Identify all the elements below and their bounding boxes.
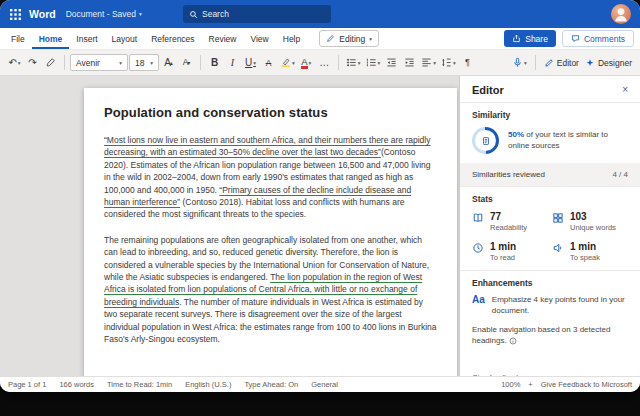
format-painter-button[interactable] — [42, 54, 59, 72]
chevron-down-icon: ▾ — [524, 60, 527, 66]
down-arrow-icon: ▾ — [187, 59, 190, 66]
document-title-dropdown[interactable]: Document - Saved ▾ — [66, 9, 142, 19]
zoom-in-icon[interactable]: + — [528, 380, 532, 389]
close-icon[interactable]: × — [622, 85, 628, 95]
chevron-down-icon: ▾ — [139, 11, 142, 17]
similarity-card[interactable]: 50% of your text is similar to online so… — [472, 127, 628, 154]
font-size-value: 18 — [135, 58, 144, 68]
toolbar-right-group: ▾ Editor Designer — [510, 54, 634, 72]
editing-mode-dropdown[interactable]: Editing ▾ — [319, 30, 379, 47]
stats-heading: Stats — [472, 194, 628, 204]
enable-navigation-text: Enable navigation based on 3 detected he… — [472, 325, 628, 348]
tab-home[interactable]: Home — [32, 28, 70, 49]
give-feedback-link[interactable]: Give feedback — [460, 365, 640, 376]
document-title-text: Document - Saved — [66, 9, 136, 19]
font-name-select[interactable]: Avenir▾ — [70, 54, 128, 71]
numbering-button[interactable]: ▾ — [364, 54, 383, 72]
paragraph[interactable]: “Most lions now live in eastern and sout… — [104, 134, 437, 221]
tab-review[interactable]: Review — [202, 28, 244, 49]
app-launcher-icon[interactable] — [10, 9, 21, 20]
type-ahead-status[interactable]: Type Ahead: On — [244, 380, 298, 389]
page-count[interactable]: Page 1 of 1 — [8, 380, 46, 389]
bullets-button[interactable]: ▾ — [344, 54, 363, 72]
emphasize-key-points-item[interactable]: Aa Emphasize 4 key points found in your … — [472, 295, 628, 316]
avatar[interactable] — [611, 4, 631, 24]
stat-label: To read — [490, 253, 516, 262]
grow-font-button[interactable]: A▴ — [160, 54, 177, 72]
clock-icon — [472, 241, 484, 256]
word-count[interactable]: 166 words — [59, 380, 94, 389]
enable-navigation-item[interactable]: Enable navigation based on 3 detected he… — [472, 325, 628, 348]
chevron-down-icon: ▾ — [292, 60, 295, 66]
chevron-down-icon: ▾ — [433, 60, 436, 66]
stat-value: 77 — [490, 211, 501, 222]
similarity-progress-ring-icon — [472, 127, 499, 154]
more-formatting-button[interactable]: … — [316, 54, 333, 72]
align-left-icon — [421, 57, 432, 68]
editor-pane-title: Editor — [472, 84, 504, 96]
chevron-down-icon: ▾ — [309, 60, 312, 66]
dictate-button[interactable]: ▾ — [510, 54, 529, 72]
enhancements-section: Enhancements Aa Emphasize 4 key points f… — [460, 270, 640, 365]
chevron-down-icon: ▾ — [378, 60, 381, 66]
share-button[interactable]: Share — [504, 30, 556, 47]
document-canvas[interactable]: Population and conservation status “Most… — [0, 76, 459, 376]
paragraph-marks-button[interactable]: ¶ — [459, 54, 476, 72]
line-spacing-button[interactable]: ▾ — [439, 54, 458, 72]
titlebar: Word Document - Saved ▾ — [0, 0, 640, 28]
language-selector[interactable]: English (U.S.) — [185, 380, 231, 389]
zoom-level[interactable]: 100% — [501, 380, 520, 389]
tab-help[interactable]: Help — [276, 28, 307, 49]
stat-label: Unique words — [570, 223, 616, 232]
feedback-link[interactable]: Give Feedback to Microsoft — [541, 380, 632, 389]
similarities-reviewed-row[interactable]: Similarities reviewed 4 / 4 — [460, 163, 640, 186]
document-page[interactable]: Population and conservation status “Most… — [84, 88, 457, 376]
word-window: Word Document - Saved ▾ File Home Insert… — [0, 0, 640, 392]
outdent-button[interactable] — [383, 54, 400, 72]
designer-button[interactable]: Designer — [583, 54, 634, 72]
font-size-select[interactable]: 18▾ — [129, 54, 159, 71]
tab-insert[interactable]: Insert — [69, 28, 104, 49]
italic-button[interactable]: I — [224, 54, 241, 72]
sensitivity-label[interactable]: General — [311, 380, 338, 389]
ribbon-tab-bar: File Home Insert Layout References Revie… — [0, 28, 640, 50]
share-icon — [512, 34, 521, 43]
undo-button[interactable]: ↶▾ — [6, 54, 23, 72]
speaker-icon — [552, 241, 564, 256]
info-icon[interactable] — [509, 337, 517, 349]
redo-icon: ↷ — [28, 58, 36, 68]
up-arrow-icon: ▴ — [170, 59, 173, 66]
shrink-font-button[interactable]: A▾ — [178, 54, 195, 72]
tab-file[interactable]: File — [4, 28, 32, 49]
toolbar-divider — [64, 55, 65, 70]
underline-button[interactable]: U▾ — [242, 54, 259, 72]
tab-layout[interactable]: Layout — [105, 28, 145, 49]
bold-icon: B — [211, 57, 218, 68]
tab-references[interactable]: References — [144, 28, 201, 49]
indent-button[interactable] — [401, 54, 418, 72]
main-content: Population and conservation status “Most… — [0, 76, 640, 376]
strikethrough-button[interactable]: A — [260, 54, 277, 72]
indent-icon — [404, 57, 415, 68]
share-label: Share — [525, 34, 548, 44]
redo-button[interactable]: ↷ — [24, 54, 41, 72]
stat-time-to-read: 1 minTo read — [472, 241, 548, 262]
font-color-button[interactable]: A▾ — [298, 54, 315, 72]
time-to-read[interactable]: Time to Read: 1min — [107, 380, 172, 389]
toolbar-divider — [535, 55, 536, 70]
stat-unique-words: 103Unique words — [552, 211, 628, 232]
paragraph[interactable]: The remaining populations are often geog… — [104, 234, 437, 346]
bold-button[interactable]: B — [206, 54, 223, 72]
editor-button[interactable]: Editor — [542, 54, 581, 72]
stat-value: 1 min — [490, 241, 516, 252]
statusbar-right: 100% + Give Feedback to Microsoft — [501, 380, 632, 389]
highlight-color-button[interactable]: ▾ — [278, 54, 297, 72]
emphasize-aa-icon: Aa — [472, 295, 485, 316]
alignment-button[interactable]: ▾ — [419, 54, 438, 72]
tab-view[interactable]: View — [243, 28, 275, 49]
comments-button[interactable]: Comments — [562, 30, 634, 47]
chevron-down-icon: ▾ — [369, 36, 372, 42]
search-box[interactable] — [183, 5, 331, 23]
chevron-down-icon: ▾ — [253, 60, 256, 66]
search-input[interactable] — [202, 9, 325, 19]
